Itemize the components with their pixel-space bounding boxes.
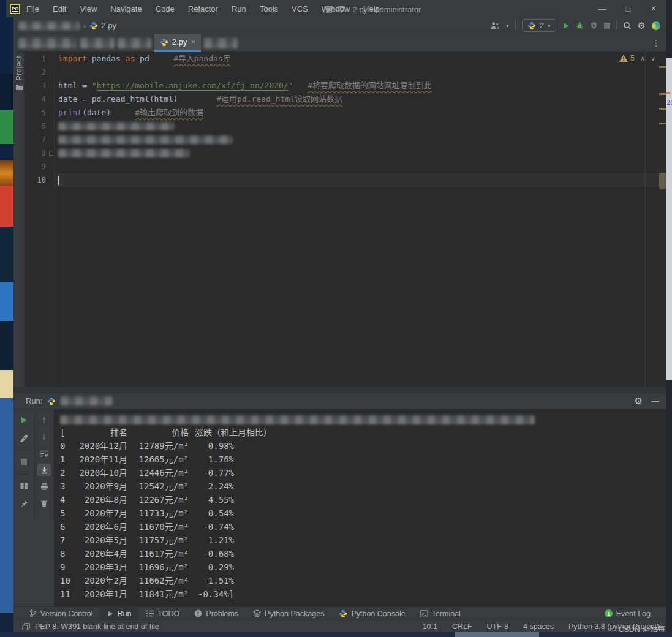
restore-windows-icon[interactable] [22,623,30,630]
chevron-down-icon: ▾ [548,23,551,29]
toolwindow-button-todo[interactable]: TODO [138,607,187,620]
toolwindow-button-terminal[interactable]: Terminal [413,607,468,620]
warning-count: 5 [630,54,635,62]
close-button[interactable]: × [641,0,666,17]
run-console-output[interactable]: [ 排名 价格 涨跌（和上月相比） 02020年12月12789元/m²0.98… [54,409,666,606]
window-title: 第5章 - 2.py - Administrator [252,0,421,17]
code-editor[interactable]: 1import pandas as pd #导入pandas库23html = … [25,52,666,387]
toolwindow-button-problems[interactable]: Problems [187,607,246,620]
run-settings-gear-icon[interactable]: ⚙ [635,396,643,407]
toolwindow-button-python-packages[interactable]: Python Packages [246,607,331,620]
hide-panel-icon[interactable]: — [651,396,659,405]
caret-position[interactable]: 10:1 [423,622,437,631]
redacted-tab [204,38,238,48]
console-cell: 12789元/m² [127,439,189,453]
tab-close-icon[interactable]: × [191,37,196,47]
clear-console-icon[interactable] [37,497,51,509]
right-margin-guide [645,52,646,387]
code-line[interactable]: 9 [25,160,666,173]
menu-item-navigate[interactable]: Navigate [110,4,142,13]
maximize-button[interactable]: □ [615,0,641,17]
menu-item-view[interactable]: View [80,4,97,13]
stop-process-button[interactable] [17,456,31,468]
scrollbar-thumb[interactable] [659,173,666,189]
debug-button[interactable] [576,21,584,29]
search-everywhere-icon[interactable] [623,21,632,30]
settings-gear-icon[interactable]: ⚙ [638,20,646,31]
toolwindow-button-event-log[interactable]: 1Event Log [597,607,658,620]
redacted-command-line [60,415,535,424]
console-cell: 12446元/m² [127,466,189,480]
run-button[interactable] [562,22,570,29]
code-text [54,160,666,173]
breadcrumb-separator: › [83,21,86,30]
inspection-widget[interactable]: 5 ∧ ∨ [619,54,655,62]
console-cell: 11733元/m² [127,507,189,520]
text-caret [58,176,59,185]
collaboration-dropdown-icon[interactable]: ▾ [506,23,509,29]
code-line[interactable]: 1import pandas as pd #导入pandas库 [25,52,666,66]
minimize-button[interactable]: — [589,0,615,17]
menu-item-file[interactable]: File [26,4,39,13]
ide-features-icon[interactable] [652,21,660,30]
code-line[interactable]: 6 [25,119,666,133]
next-occurrence-icon[interactable]: ↓ [37,431,51,443]
toolwindow-button-version-control[interactable]: Version Control [22,607,100,620]
run-toolbar: ↑ ↓ [13,409,54,606]
line-number: 2 [25,66,54,79]
code-line[interactable]: 4date = pd.read_html(html) #运用pd.read_ht… [25,92,666,106]
console-cell: -1.51% [189,574,234,587]
file-encoding[interactable]: UTF-8 [487,622,508,631]
indent-setting[interactable]: 4 spaces [523,622,554,631]
menu-item-code[interactable]: Code [156,4,175,13]
console-cell: 3 [60,480,76,493]
console-cell: 0.29% [189,560,234,574]
line-ending[interactable]: CRLF [452,622,472,631]
console-row: 82020年4月11617元/m²-0.68% [60,547,666,560]
tab-options-kebab-icon[interactable]: ⋮ [652,38,666,48]
restore-layout-icon[interactable] [17,480,31,492]
toolwindow-label: Version Control [40,609,92,618]
navigation-toolbar: › 2.py ▾ 2 ▾ ⚙ [13,17,666,34]
terminal-icon [420,610,428,617]
console-row: 32020年9月12542元/m²2.24% [60,480,666,493]
code-line[interactable]: 7 [25,133,666,146]
branch-icon [29,609,37,617]
line-number: 7 [25,133,54,146]
editor-tab-bar: 2.py × ⋮ [13,34,666,52]
code-line[interactable]: 3html = "https://mobile.anjuke.com/xf/fj… [25,79,666,92]
code-text: date = pd.read_html(html) #运用pd.read_htm… [54,92,666,106]
stripe-project[interactable]: Project [15,56,23,91]
breadcrumb-file[interactable]: 2.py [101,21,116,30]
console-cell: 2020年1月 [76,587,127,601]
menu-item-run[interactable]: Run [232,4,246,13]
code-line[interactable]: 2 [25,66,666,79]
editor-console-splitter[interactable] [13,387,666,393]
rerun-button[interactable] [17,414,31,426]
run-panel-title: Run: [26,396,42,405]
tab-2py[interactable]: 2.py × [154,34,201,52]
soft-wrap-icon[interactable] [37,447,51,459]
menu-item-refactor[interactable]: Refactor [188,4,218,13]
previous-problem-icon[interactable]: ∧ [640,55,645,62]
code-line[interactable]: 10 [25,173,666,187]
run-settings-icon[interactable] [17,432,31,444]
menu-item-edit[interactable]: Edit [53,4,66,13]
pin-tab-icon[interactable] [17,497,31,510]
toolwindow-button-python-console[interactable]: Python Console [331,607,412,620]
run-configuration-select[interactable]: 2 ▾ [522,19,556,32]
code-line[interactable]: 5print(date) #输出爬取到的数据 [25,106,666,119]
toolwindow-button-run[interactable]: Run [100,607,138,620]
scroll-to-end-icon[interactable] [37,464,51,476]
stop-button[interactable] [604,23,610,29]
print-icon[interactable] [37,480,51,492]
python-file-icon [160,38,168,47]
code-line[interactable]: 8 [25,146,666,160]
fold-marker-icon[interactable] [49,151,53,156]
coverage-button[interactable] [590,21,598,29]
collaboration-icon[interactable] [490,21,500,29]
console-cell: 11670元/m² [127,520,189,533]
error-stripe[interactable] [659,52,666,387]
next-problem-icon[interactable]: ∨ [651,55,655,62]
prev-occurrence-icon[interactable]: ↑ [37,414,51,426]
